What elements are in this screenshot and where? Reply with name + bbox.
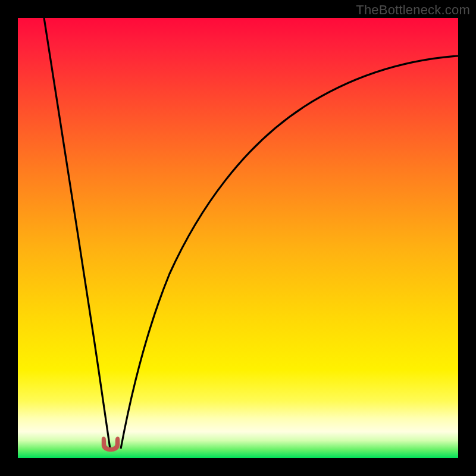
curve-left-branch bbox=[44, 18, 110, 449]
plot-area bbox=[18, 18, 458, 458]
curve-right-branch bbox=[121, 56, 458, 449]
watermark-text: TheBottleneck.com bbox=[356, 2, 470, 18]
bottleneck-curve bbox=[18, 18, 458, 458]
chart-frame: TheBottleneck.com bbox=[0, 0, 476, 476]
